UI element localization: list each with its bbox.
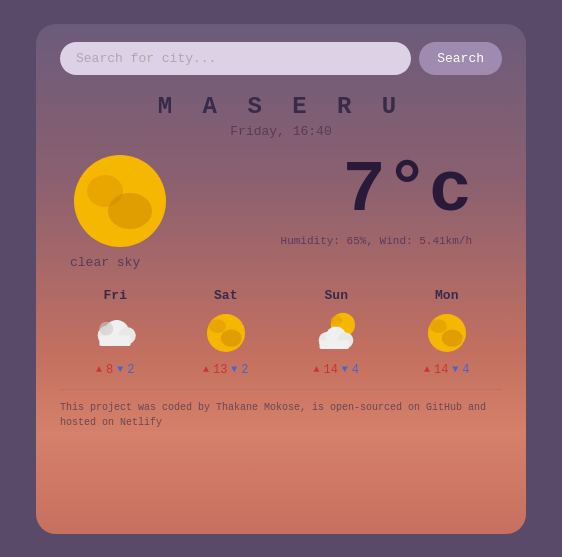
cloudy-icon-fri [89, 307, 141, 359]
svg-point-9 [208, 319, 225, 333]
humidity-wind: Humidity: 65%, Wind: 5.41km/h [281, 235, 472, 247]
high-sat: 13 [213, 363, 227, 377]
svg-rect-16 [320, 340, 349, 349]
temperature-block: 7°c Humidity: 65%, Wind: 5.41km/h [281, 155, 492, 247]
svg-point-12 [330, 315, 342, 325]
weather-card: Search M A S E R U Friday, 16:40 7°c Hum… [36, 24, 526, 534]
forecast-sat: Sat ▲ 13 ▼ 2 [200, 288, 252, 377]
svg-point-19 [442, 329, 463, 346]
high-sun: 14 [323, 363, 337, 377]
forecast-sun: Sun ▲ 14 ▼ 4 [310, 288, 362, 377]
search-input[interactable] [60, 42, 411, 75]
temp-row-mon: ▲ 14 ▼ 4 [424, 363, 470, 377]
temp-row-fri: ▲ 8 ▼ 2 [96, 363, 134, 377]
sun-icon-sat [200, 307, 252, 359]
day-sun: Sun [325, 288, 348, 303]
forecast-row: Fri ▲ 8 ▼ 2 Sat ▲ [60, 288, 502, 377]
high-fri: 8 [106, 363, 113, 377]
footer-text: This project was coded by Thakane Mokose… [60, 389, 502, 430]
search-button[interactable]: Search [419, 42, 502, 75]
sun-icon-mon [421, 307, 473, 359]
day-fri: Fri [104, 288, 127, 303]
forecast-mon: Mon ▲ 14 ▼ 4 [421, 288, 473, 377]
partly-cloudy-icon-sun [310, 307, 362, 359]
low-sun: 4 [352, 363, 359, 377]
svg-rect-6 [100, 335, 131, 345]
temp-row-sun: ▲ 14 ▼ 4 [313, 363, 359, 377]
sun-icon [70, 151, 170, 251]
city-name: M A S E R U [60, 93, 502, 120]
low-sat: 2 [241, 363, 248, 377]
day-sat: Sat [214, 288, 237, 303]
high-mon: 14 [434, 363, 448, 377]
main-weather: 7°c Humidity: 65%, Wind: 5.41km/h [60, 151, 502, 251]
day-mon: Mon [435, 288, 458, 303]
forecast-fri: Fri ▲ 8 ▼ 2 [89, 288, 141, 377]
temp-row-sat: ▲ 13 ▼ 2 [203, 363, 249, 377]
low-mon: 4 [462, 363, 469, 377]
temperature: 7°c [342, 155, 472, 227]
search-row: Search [60, 42, 502, 75]
low-fri: 2 [127, 363, 134, 377]
condition: clear sky [70, 255, 502, 270]
svg-point-10 [221, 329, 242, 346]
date-time: Friday, 16:40 [60, 124, 502, 139]
svg-point-7 [100, 321, 114, 335]
svg-point-2 [108, 193, 152, 229]
svg-point-18 [429, 319, 446, 333]
